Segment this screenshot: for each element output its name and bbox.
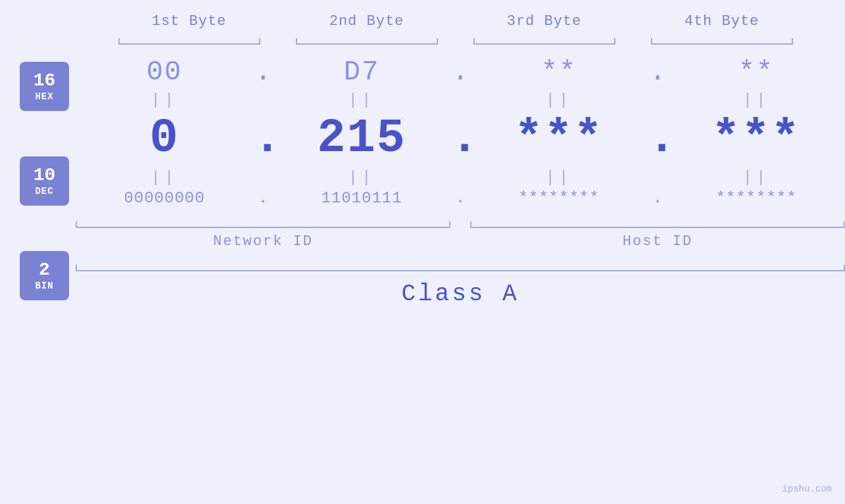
bin-b2: 11010111 [273,189,450,207]
network-id-label: Network ID [76,233,450,250]
host-id-label: Host ID [470,233,845,250]
hex-b2: D7 [273,57,450,88]
main-grid: 16 HEX 10 DEC 2 BIN [0,51,845,308]
network-bracket [76,215,450,228]
dec-row: 0 . 215 . *** . *** [76,112,845,166]
bin-sep1: . [253,189,273,207]
badges-column: 16 HEX 10 DEC 2 BIN [0,51,76,308]
byte4-header: 4th Byte [633,13,811,30]
dec-badge: 10 DEC [20,156,69,206]
equals-row-2: || || || || [76,166,845,189]
bin-b1: 00000000 [76,189,253,207]
rows-wrapper: 00 . D7 . ** . ** [76,51,845,308]
eq1-b3: || [470,91,648,109]
bottom-brackets-row [76,215,845,228]
bin-b3: ******** [470,189,648,207]
bracket-byte2 [278,33,456,45]
hex-badge: 16 HEX [20,62,69,111]
eq2-b2: || [273,169,450,187]
dec-b4: *** [667,112,845,166]
bin-badge-number: 2 [39,260,50,281]
bin-sep3: . [648,189,667,207]
dec-b2: 215 [273,112,450,166]
eq1-b1: || [76,91,253,109]
bin-badge: 2 BIN [20,251,69,300]
eq2-b3: || [470,169,648,187]
eq1-b4: || [667,91,845,109]
eq1-b2: || [273,91,450,109]
byte-headers: 1st Byte 2nd Byte 3rd Byte 4th Byte [33,0,845,30]
class-label: Class A [401,281,519,308]
hex-sep3: . [648,57,667,88]
hex-badge-number: 16 [34,71,56,91]
hex-badge-label: HEX [35,91,53,102]
bin-sep2: . [450,189,470,207]
hex-row: 00 . D7 . ** . ** [76,57,845,88]
bin-row: 00000000 . 11010111 . ******** . [76,189,845,207]
equals-row-1: || || || || [76,88,845,112]
top-brackets [33,33,845,45]
bracket-byte1 [101,33,278,45]
hex-b4: ** [667,57,845,88]
byte1-header: 1st Byte [101,13,278,30]
hex-sep1: . [253,57,273,88]
hex-b1: 00 [76,57,253,88]
eq2-b1: || [76,169,253,187]
bin-badge-label: BIN [35,281,53,291]
hex-sep2: . [450,57,470,88]
bracket-byte3 [456,33,633,45]
dec-sep2: . [450,112,470,166]
dec-b3: *** [470,112,648,166]
dec-badge-number: 10 [34,166,56,186]
bin-b4: ******** [667,189,845,207]
outer-bracket [76,255,845,271]
hex-b3: ** [470,57,648,88]
dec-sep1: . [253,112,273,166]
id-labels-row: Network ID Host ID [76,233,845,250]
watermark: ipshu.com [782,484,832,494]
dec-sep3: . [648,112,667,166]
byte3-header: 3rd Byte [456,13,633,30]
dec-b1: 0 [76,112,253,166]
main-container: 1st Byte 2nd Byte 3rd Byte 4th Byte [0,0,845,504]
bracket-byte4 [633,33,811,45]
dec-badge-label: DEC [35,186,53,196]
class-label-row: Class A [76,281,845,308]
host-bracket [470,215,845,228]
byte2-header: 2nd Byte [278,13,456,30]
eq2-b4: || [667,169,845,187]
